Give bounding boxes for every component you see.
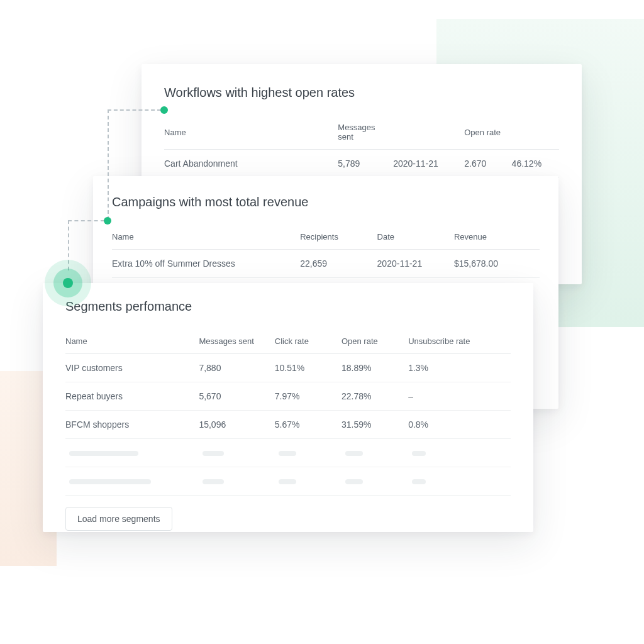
- col-revenue: Revenue: [454, 226, 540, 250]
- cell-pct: 46.12%: [512, 150, 559, 178]
- table-row[interactable]: VIP customers 7,880 10.51% 18.89% 1.3%: [65, 354, 511, 382]
- col-unsubscribe-rate: Unsubscribe rate: [408, 330, 511, 354]
- col-open-pct: [512, 116, 559, 150]
- cell-click: 7.97%: [275, 382, 341, 411]
- cell-unsub: 0.8%: [408, 411, 511, 439]
- cell-name: Cart Abandonment: [164, 150, 338, 178]
- workflows-title: Workflows with highest open rates: [164, 86, 559, 100]
- table-row[interactable]: BFCM shoppers 15,096 5.67% 31.59% 0.8%: [65, 411, 511, 439]
- cell-date: 2020-11-21: [377, 250, 454, 278]
- cell-messages: 5,670: [199, 382, 274, 411]
- col-click-rate: Click rate: [275, 330, 341, 354]
- col-open-rate: Open rate: [464, 116, 511, 150]
- col-date: [393, 116, 464, 150]
- col-messages: Messages sent: [199, 330, 274, 354]
- table-row[interactable]: Extra 10% off Summer Dresses 22,659 2020…: [112, 250, 540, 278]
- cell-click: 5.67%: [275, 411, 341, 439]
- placeholder-row: [65, 439, 511, 467]
- cell-messages: 5,789: [338, 150, 393, 178]
- node-dot-icon: [160, 106, 168, 114]
- segments-title: Segments perfomance: [65, 299, 511, 314]
- cell-open: 18.89%: [341, 354, 408, 382]
- segments-table: Name Messages sent Click rate Open rate …: [65, 330, 511, 496]
- node-dot-icon: [104, 217, 111, 225]
- cell-open: 22.78%: [341, 382, 408, 411]
- cell-name: Extra 10% off Summer Dresses: [112, 250, 300, 278]
- load-more-segments-button[interactable]: Load more segments: [65, 507, 172, 531]
- col-name: Name: [65, 330, 199, 354]
- workflows-table: Name Messages sent Open rate Cart Abando…: [164, 116, 559, 178]
- cell-open: 2.670: [464, 150, 511, 178]
- col-name: Name: [112, 226, 300, 250]
- cell-messages: 7,880: [199, 354, 274, 382]
- col-name: Name: [164, 116, 338, 150]
- cell-name: VIP customers: [65, 354, 199, 382]
- cell-name: BFCM shoppers: [65, 411, 199, 439]
- cell-date: 2020-11-21: [393, 150, 464, 178]
- segments-card: Segments perfomance Name Messages sent C…: [43, 283, 533, 532]
- cell-unsub: –: [408, 382, 511, 411]
- connector-line: [108, 109, 161, 111]
- table-row[interactable]: Repeat buyers 5,670 7.97% 22.78% –: [65, 382, 511, 411]
- campaigns-title: Campaigns with most total revenue: [112, 195, 540, 209]
- table-row[interactable]: Cart Abandonment 5,789 2020-11-21 2.670 …: [164, 150, 559, 178]
- connector-line: [108, 109, 109, 220]
- cell-messages: 15,096: [199, 411, 274, 439]
- cell-revenue: $15,678.00: [454, 250, 540, 278]
- col-open-rate: Open rate: [341, 330, 408, 354]
- campaigns-table: Name Recipients Date Revenue Extra 10% o…: [112, 226, 540, 278]
- col-date: Date: [377, 226, 454, 250]
- cell-open: 31.59%: [341, 411, 408, 439]
- cell-recipients: 22,659: [300, 250, 377, 278]
- cell-name: Repeat buyers: [65, 382, 199, 411]
- cell-click: 10.51%: [275, 354, 341, 382]
- col-messages: Messages sent: [338, 116, 393, 150]
- cell-unsub: 1.3%: [408, 354, 511, 382]
- col-recipients: Recipients: [300, 226, 377, 250]
- pulse-dot-icon: [45, 260, 91, 306]
- placeholder-row: [65, 467, 511, 496]
- connector-line: [68, 220, 104, 221]
